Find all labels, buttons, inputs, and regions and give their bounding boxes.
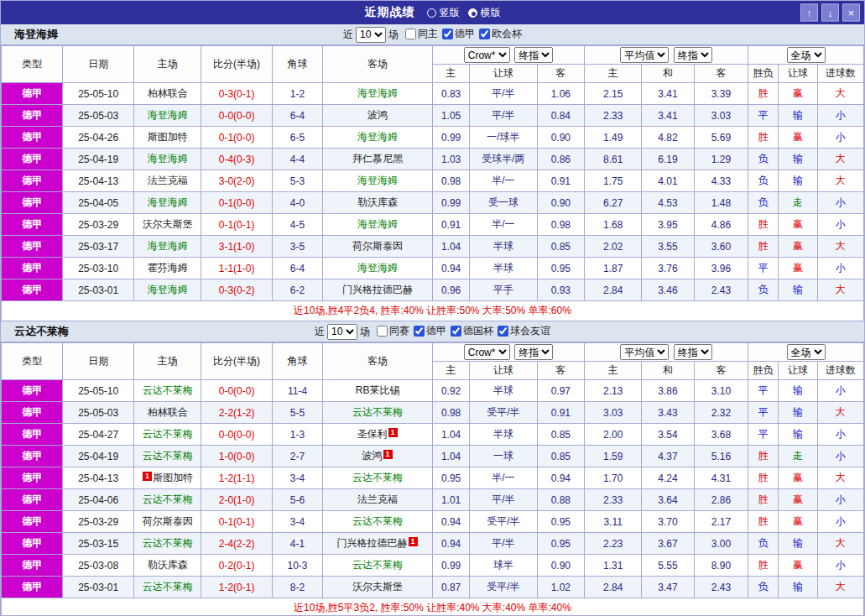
corners-cell: 5-6 <box>272 489 322 511</box>
match-row: 德甲25-03-08勒沃库森0-2(0-1)10-3云达不莱梅0.99球半0.9… <box>2 555 864 577</box>
eu-home-odds-cell: 2.84 <box>584 577 641 598</box>
filter-checkbox[interactable]: 同赛 <box>377 324 409 338</box>
league-cell: 德甲 <box>2 555 63 577</box>
score-cell: 3-0(2-0) <box>201 170 272 192</box>
checkbox-input[interactable] <box>479 29 490 39</box>
eu-draw-odds-cell: 3.76 <box>642 258 694 279</box>
eu-draw-odds-cell: 4.24 <box>642 467 694 489</box>
ah-home-odds-cell: 1.05 <box>432 105 469 127</box>
match-row: 德甲25-05-10云达不莱梅0-0(0-0)11-4RB莱比锡0.92半球0.… <box>2 380 864 402</box>
ah-line-cell: 半球 <box>470 258 537 279</box>
col-header-ah-away: 客 <box>537 65 584 83</box>
bookmaker-select[interactable]: Crow* <box>464 47 510 63</box>
eu-away-odds-cell: 5.69 <box>694 127 748 149</box>
handicap-result-cell: 输 <box>779 105 817 127</box>
col-header-ah-home: 主 <box>432 362 469 380</box>
corners-cell: 4-5 <box>272 214 322 236</box>
opponent-team-name: 沃尔夫斯堡 <box>352 581 403 593</box>
eu-away-odds-cell: 3.03 <box>694 105 748 127</box>
tracked-team-name: 云达不莱梅 <box>143 450 193 462</box>
average-select[interactable]: 平均值 <box>620 344 669 360</box>
tracked-team-name: 海登海姆 <box>148 240 188 252</box>
goals-result-cell: 大 <box>817 83 863 105</box>
score-cell: 0-3(0-2) <box>201 279 272 301</box>
full-match-select[interactable]: 全场 <box>787 47 826 63</box>
team-section-1: 海登海姆 近 10 场 同主德甲欧会杯 类型 日期 主场 比分(半场) 角球 客… <box>1 24 864 321</box>
view-option-1[interactable]: 横版 <box>468 6 501 20</box>
away-team-cell: 海登海姆 <box>323 127 433 149</box>
full-match-select[interactable]: 全场 <box>787 344 826 360</box>
final-index-select-2[interactable]: 终指 <box>674 47 712 63</box>
filter-checkbox[interactable]: 球会友谊 <box>498 324 550 338</box>
checkbox-input[interactable] <box>451 326 461 337</box>
final-index-select[interactable]: 终指 <box>514 344 553 360</box>
col-header-corners: 角球 <box>272 343 322 380</box>
match-count-select[interactable]: 10 <box>327 324 357 340</box>
filter-checkbox[interactable]: 同主 <box>405 27 438 41</box>
ah-home-odds-cell: 0.92 <box>432 380 469 402</box>
checkbox-input[interactable] <box>442 29 453 39</box>
eu-away-odds-cell: 8.90 <box>694 555 748 577</box>
match-row: 德甲25-03-15云达不莱梅2-4(2-2)4-1门兴格拉德巴赫10.94平/… <box>2 533 864 555</box>
goals-result-cell: 小 <box>817 192 863 214</box>
opponent-team-name: 柏林联合 <box>148 406 188 418</box>
match-row: 德甲25-04-131斯图加特1-2(1-1)3-4云达不莱梅0.95半/一0.… <box>2 467 864 489</box>
close-button[interactable]: × <box>842 4 860 22</box>
average-select[interactable]: 平均值 <box>620 47 669 63</box>
final-index-select-2[interactable]: 终指 <box>674 344 712 360</box>
corners-cell: 6-4 <box>272 258 322 279</box>
col-header-goals: 进球数 <box>817 362 863 380</box>
handicap-result-cell: 赢 <box>779 83 817 105</box>
eu-draw-odds-cell: 3.41 <box>642 83 694 105</box>
summary-row: 近10场,胜4平2负4, 胜率:40% 让胜率:50% 大率:50% 单率:60… <box>2 301 864 321</box>
eu-away-odds-cell: 3.68 <box>694 424 748 446</box>
league-cell: 德甲 <box>2 402 63 424</box>
ah-home-odds-cell: 0.83 <box>432 83 469 105</box>
eu-away-odds-cell: 1.29 <box>694 149 748 170</box>
eu-odds-group-header: 平均值 终指 <box>584 343 748 362</box>
score-cell: 0-4(0-3) <box>201 149 272 170</box>
move-down-button[interactable]: ↓ <box>821 4 839 22</box>
checkbox-input[interactable] <box>498 326 508 337</box>
eu-home-odds-cell: 2.15 <box>584 83 641 105</box>
tracked-team-name: 云达不莱梅 <box>143 537 193 549</box>
away-team-cell: 波鸿 <box>323 105 433 127</box>
league-cell: 德甲 <box>2 83 63 105</box>
checkbox-input[interactable] <box>414 326 425 337</box>
checkbox-input[interactable] <box>377 326 388 337</box>
league-cell: 德甲 <box>2 214 63 236</box>
match-count-select[interactable]: 10 <box>356 27 386 43</box>
filter-checkbox[interactable]: 德甲 <box>414 324 446 338</box>
section-bar: 云达不莱梅 近 10 场 同赛德甲德国杯球会友谊 <box>1 321 864 342</box>
window-buttons: ↑ ↓ × <box>800 4 860 22</box>
filter-checkbox[interactable]: 德国杯 <box>451 324 493 338</box>
col-header-score: 比分(半场) <box>201 343 272 380</box>
goals-result-cell: 大 <box>817 236 863 258</box>
goals-result-cell: 大 <box>817 170 863 192</box>
score-cell: 1-1(1-0) <box>201 258 272 279</box>
filter-checkbox[interactable]: 德甲 <box>442 27 475 41</box>
date-cell: 25-05-10 <box>63 83 133 105</box>
move-up-button[interactable]: ↑ <box>800 4 818 22</box>
corners-cell: 3-4 <box>272 467 322 489</box>
score-cell: 0-0(0-0) <box>201 105 272 127</box>
away-team-cell: 门兴格拉德巴赫 <box>323 279 433 301</box>
bookmaker-select[interactable]: Crow* <box>464 344 510 360</box>
match-row: 德甲25-05-10柏林联合0-3(0-1)1-2海登海姆0.83平/半1.06… <box>2 83 864 105</box>
date-cell: 25-04-27 <box>63 424 133 446</box>
eu-home-odds-cell: 1.59 <box>584 446 641 467</box>
result-cell: 平 <box>748 380 779 402</box>
eu-draw-odds-cell: 3.54 <box>642 424 694 446</box>
final-index-select[interactable]: 终指 <box>514 47 553 63</box>
result-cell: 负 <box>748 279 779 301</box>
checkbox-input[interactable] <box>405 29 416 39</box>
view-option-0[interactable]: 竖版 <box>427 6 460 20</box>
radio-icon <box>427 8 436 18</box>
filter-checkbox[interactable]: 欧会杯 <box>479 27 522 41</box>
league-cell: 德甲 <box>2 533 63 555</box>
col-header-home: 主场 <box>133 343 201 380</box>
eu-home-odds-cell: 3.03 <box>584 402 641 424</box>
handicap-result-cell: 输 <box>779 380 817 402</box>
eu-home-odds-cell: 2.84 <box>584 279 641 301</box>
eu-draw-odds-cell: 4.37 <box>642 446 694 467</box>
